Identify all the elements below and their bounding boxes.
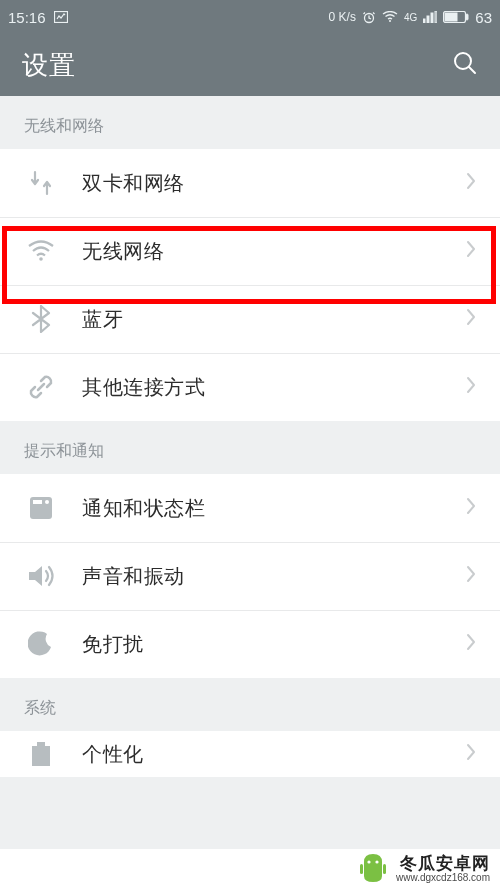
page-title: 设置 (22, 48, 76, 83)
section-header-system: 系统 (0, 678, 500, 731)
status-time: 15:16 (8, 9, 46, 26)
bluetooth-icon (26, 304, 56, 334)
sound-icon (26, 561, 56, 591)
svg-rect-4 (427, 16, 429, 23)
item-sound[interactable]: 声音和振动 (0, 542, 500, 610)
section-header-notifications: 提示和通知 (0, 421, 500, 474)
svg-rect-8 (466, 14, 468, 20)
wifi-status-icon (382, 11, 398, 23)
item-label: 双卡和网络 (82, 170, 185, 197)
chevron-right-icon (466, 743, 476, 765)
item-other-connections[interactable]: 其他连接方式 (0, 353, 500, 421)
item-label: 声音和振动 (82, 563, 185, 590)
item-notifications[interactable]: 通知和状态栏 (0, 474, 500, 542)
svg-line-11 (469, 67, 475, 73)
item-label: 个性化 (82, 741, 144, 768)
dual-sim-icon (26, 168, 56, 198)
status-network-label: 4G (404, 12, 417, 23)
item-personalization[interactable]: 个性化 (0, 731, 500, 777)
battery-icon (443, 11, 469, 23)
signal-icon (423, 11, 437, 23)
svg-rect-9 (445, 13, 457, 21)
search-icon (452, 50, 478, 76)
app-header: 设置 (0, 34, 500, 96)
svg-rect-14 (33, 500, 42, 504)
svg-rect-5 (431, 13, 433, 23)
svg-point-16 (367, 860, 370, 863)
chevron-right-icon (466, 633, 476, 655)
chevron-right-icon (466, 565, 476, 587)
svg-rect-19 (383, 864, 386, 874)
personalize-icon (26, 739, 56, 769)
chevron-right-icon (466, 308, 476, 330)
watermark-title: 冬瓜安卓网 (396, 855, 490, 873)
chevron-right-icon (466, 240, 476, 262)
item-label: 蓝牙 (82, 306, 123, 333)
svg-point-12 (39, 257, 43, 261)
svg-point-2 (389, 20, 391, 22)
item-label: 免打扰 (82, 631, 144, 658)
svg-rect-3 (423, 19, 425, 23)
svg-rect-18 (360, 864, 363, 874)
alarm-icon (362, 10, 376, 24)
watermark-url: www.dgxcdz168.com (396, 873, 490, 884)
svg-point-15 (45, 500, 49, 504)
status-net-speed: 0 K/s (329, 10, 356, 24)
chevron-right-icon (466, 376, 476, 398)
watermark-logo-icon (358, 852, 388, 886)
screenshot-indicator-icon (54, 11, 68, 23)
status-battery-percent: 63 (475, 9, 492, 26)
item-wifi[interactable]: 无线网络 (0, 217, 500, 285)
item-label: 通知和状态栏 (82, 495, 205, 522)
chevron-right-icon (466, 497, 476, 519)
watermark: 冬瓜安卓网 www.dgxcdz168.com (0, 849, 500, 889)
item-bluetooth[interactable]: 蓝牙 (0, 285, 500, 353)
svg-rect-6 (435, 11, 437, 23)
link-icon (26, 372, 56, 402)
item-label: 无线网络 (82, 238, 164, 265)
section-header-wireless: 无线和网络 (0, 96, 500, 149)
notification-icon (26, 493, 56, 523)
search-button[interactable] (452, 50, 478, 80)
status-bar: 15:16 0 K/s 4G 63 (0, 0, 500, 34)
wifi-icon (26, 236, 56, 266)
item-dnd[interactable]: 免打扰 (0, 610, 500, 678)
svg-point-17 (375, 860, 378, 863)
item-dual-sim[interactable]: 双卡和网络 (0, 149, 500, 217)
dnd-icon (26, 629, 56, 659)
item-label: 其他连接方式 (82, 374, 205, 401)
chevron-right-icon (466, 172, 476, 194)
